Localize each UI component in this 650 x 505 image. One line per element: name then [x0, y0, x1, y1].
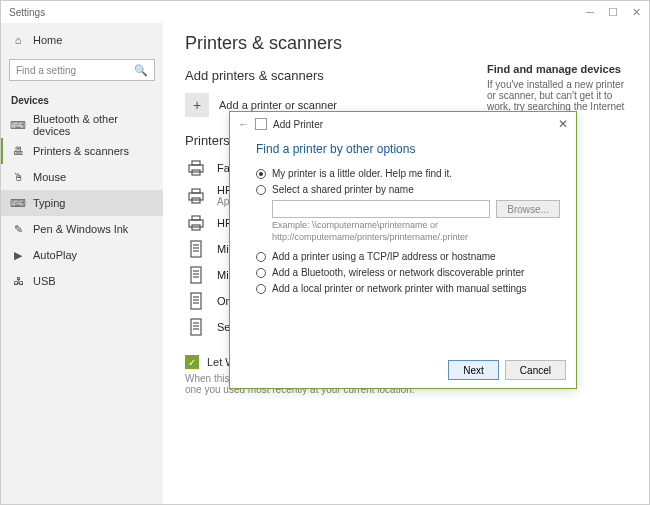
radio-icon	[256, 268, 266, 278]
document-icon	[185, 265, 207, 285]
close-icon[interactable]: ✕	[558, 117, 568, 131]
add-printer-dialog: ← Add Printer ✕ Find a printer by other …	[229, 111, 577, 389]
svg-rect-7	[192, 216, 200, 220]
radio-label: Add a printer using a TCP/IP address or …	[272, 251, 496, 262]
minimize-button[interactable]: ─	[586, 6, 594, 19]
add-icon: +	[185, 93, 209, 117]
settings-window: Settings ─ ☐ ✕ ⌂ Home Find a setting 🔍 D…	[0, 0, 650, 505]
check-icon: ✓	[185, 355, 199, 369]
sidebar-item-usb[interactable]: 🖧 USB	[1, 268, 163, 294]
svg-rect-13	[191, 267, 201, 283]
radio-local-manual[interactable]: Add a local printer or network printer w…	[256, 283, 560, 294]
add-section-title: Add printers & scanners	[185, 68, 475, 83]
document-icon	[185, 317, 207, 337]
sidebar-item-label: Pen & Windows Ink	[33, 223, 128, 235]
window-title: Settings	[9, 7, 45, 18]
sidebar-item-label: Typing	[33, 197, 65, 209]
sidebar-item-label: Mouse	[33, 171, 66, 183]
sidebar-home-label: Home	[33, 34, 62, 46]
radio-bluetooth-wireless[interactable]: Add a Bluetooth, wireless or network dis…	[256, 267, 560, 278]
printer-icon	[185, 158, 207, 178]
printer-name-hint: Example: \\computername\printername or h…	[272, 220, 560, 243]
sidebar: ⌂ Home Find a setting 🔍 Devices ⌨ Blueto…	[1, 23, 163, 504]
right-heading: Find and manage devices	[487, 63, 633, 75]
sidebar-item-mouse[interactable]: 🖱 Mouse	[1, 164, 163, 190]
sidebar-home[interactable]: ⌂ Home	[1, 27, 163, 53]
radio-icon	[256, 284, 266, 294]
svg-rect-9	[191, 241, 201, 257]
usb-icon: 🖧	[11, 275, 25, 287]
search-input[interactable]: Find a setting 🔍	[9, 59, 155, 81]
sidebar-item-label: Printers & scanners	[33, 145, 129, 157]
sidebar-item-printers[interactable]: 🖶 Printers & scanners	[1, 138, 163, 164]
svg-rect-21	[191, 319, 201, 335]
cancel-button[interactable]: Cancel	[505, 360, 566, 380]
sidebar-item-pen[interactable]: ✎ Pen & Windows Ink	[1, 216, 163, 242]
bluetooth-icon: ⌨	[11, 119, 25, 132]
browse-button[interactable]: Browse...	[496, 200, 560, 218]
svg-rect-3	[189, 193, 203, 200]
dialog-title: Add Printer	[273, 119, 323, 130]
printer-name-input[interactable]	[272, 200, 490, 218]
svg-rect-6	[189, 220, 203, 227]
radio-label: Add a local printer or network printer w…	[272, 283, 527, 294]
printer-icon	[255, 118, 267, 130]
svg-rect-4	[192, 189, 200, 193]
titlebar: Settings ─ ☐ ✕	[1, 1, 649, 23]
sidebar-section-title: Devices	[1, 91, 163, 112]
radio-label: Select a shared printer by name	[272, 184, 414, 195]
sidebar-item-label: AutoPlay	[33, 249, 77, 261]
mouse-icon: 🖱	[11, 171, 25, 183]
radio-shared-by-name[interactable]: Select a shared printer by name	[256, 184, 560, 195]
sidebar-item-typing[interactable]: ⌨ Typing	[1, 190, 163, 216]
radio-icon	[256, 185, 266, 195]
sidebar-item-label: Bluetooth & other devices	[33, 113, 153, 137]
sidebar-item-label: USB	[33, 275, 56, 287]
radio-icon	[256, 252, 266, 262]
keyboard-icon: ⌨	[11, 197, 25, 210]
printer-icon: 🖶	[11, 145, 25, 157]
sidebar-item-bluetooth[interactable]: ⌨ Bluetooth & other devices	[1, 112, 163, 138]
printer-icon	[185, 186, 207, 206]
radio-tcpip[interactable]: Add a printer using a TCP/IP address or …	[256, 251, 560, 262]
search-placeholder: Find a setting	[16, 65, 134, 76]
radio-label: My printer is a little older. Help me fi…	[272, 168, 452, 179]
next-button[interactable]: Next	[448, 360, 499, 380]
radio-older-printer[interactable]: My printer is a little older. Help me fi…	[256, 168, 560, 179]
page-title: Printers & scanners	[185, 33, 475, 54]
search-icon: 🔍	[134, 64, 148, 77]
document-icon	[185, 239, 207, 259]
home-icon: ⌂	[11, 34, 25, 46]
close-button[interactable]: ✕	[632, 6, 641, 19]
maximize-button[interactable]: ☐	[608, 6, 618, 19]
svg-rect-1	[192, 161, 200, 165]
sidebar-item-autoplay[interactable]: ▶ AutoPlay	[1, 242, 163, 268]
svg-rect-17	[191, 293, 201, 309]
back-icon[interactable]: ←	[238, 118, 249, 130]
radio-label: Add a Bluetooth, wireless or network dis…	[272, 267, 524, 278]
radio-icon	[256, 169, 266, 179]
document-icon	[185, 291, 207, 311]
printer-icon	[185, 213, 207, 233]
dialog-heading: Find a printer by other options	[256, 142, 560, 156]
add-printer-label: Add a printer or scanner	[219, 99, 337, 111]
svg-rect-0	[189, 165, 203, 172]
autoplay-icon: ▶	[11, 249, 25, 262]
pen-icon: ✎	[11, 223, 25, 236]
